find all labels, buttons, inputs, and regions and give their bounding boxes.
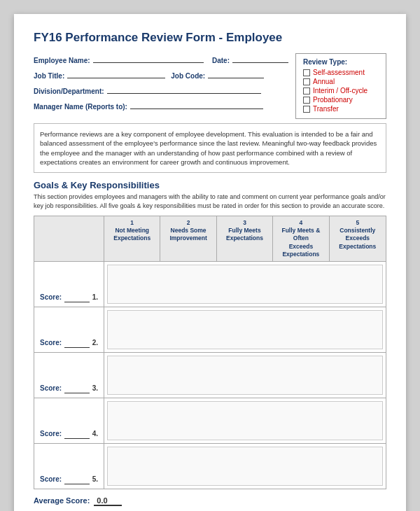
- average-value: 0.0: [94, 496, 122, 506]
- score-left-4: Score: 4.: [34, 398, 104, 443]
- date-label: Date:: [212, 57, 230, 64]
- score-label-1: Score:: [40, 293, 62, 301]
- date-input[interactable]: [232, 53, 288, 63]
- goals-section-subtitle: This section provides employees and mana…: [34, 192, 386, 210]
- score-left-2: Score: 2.: [34, 307, 104, 352]
- score-num-4: 4.: [92, 430, 98, 438]
- manager-label: Manager Name (Reports to):: [34, 103, 127, 111]
- score-label-row-5: Score: 5.: [40, 475, 98, 484]
- score-text-area-1[interactable]: [107, 265, 383, 304]
- score-col-2: 2Needs SomeImprovement: [160, 216, 216, 260]
- score-left-3: Score: 3.: [34, 353, 104, 398]
- score-right-2: [104, 307, 386, 352]
- manager-input[interactable]: [130, 99, 263, 109]
- score-label-row-2: Score: 2.: [40, 338, 98, 348]
- score-input-2[interactable]: [64, 338, 90, 348]
- job-title-row: Job Title: Job Code:: [34, 69, 288, 80]
- score-label-3: Score:: [40, 384, 62, 392]
- score-header: 1Not MeetingExpectations 2Needs SomeImpr…: [34, 216, 386, 260]
- checkbox-transfer-label: Transfer: [313, 105, 339, 113]
- score-input-4[interactable]: [64, 429, 90, 439]
- division-input[interactable]: [107, 84, 261, 94]
- score-header-blank: [34, 216, 104, 260]
- score-text-area-2[interactable]: [107, 310, 383, 349]
- checkbox-probationary[interactable]: Probationary: [303, 96, 379, 104]
- score-label-row-3: Score: 3.: [40, 384, 98, 393]
- checkbox-self-assessment-box[interactable]: [303, 69, 310, 76]
- score-row-2: Score: 2.: [34, 307, 386, 353]
- score-row-4: Score: 4.: [34, 398, 386, 444]
- job-title-input[interactable]: [67, 69, 165, 78]
- score-label-2: Score:: [40, 339, 62, 346]
- checkbox-transfer[interactable]: Transfer: [303, 105, 379, 113]
- score-col-5: 5Consistently ExceedsExpectations: [330, 216, 386, 260]
- manager-row: Manager Name (Reports to):: [34, 99, 288, 111]
- score-input-3[interactable]: [64, 384, 90, 393]
- score-row-3: Score: 3.: [34, 353, 386, 398]
- employee-name-input[interactable]: [93, 53, 204, 63]
- average-row: Average Score: 0.0: [34, 496, 386, 506]
- score-right-5: [104, 444, 386, 489]
- score-text-area-3[interactable]: [107, 356, 383, 395]
- checkbox-interim-label: Interim / Off-cycle: [313, 87, 368, 94]
- score-num-3: 3.: [92, 384, 98, 392]
- job-code-label: Job Code:: [171, 72, 205, 80]
- checkbox-annual-label: Annual: [313, 78, 335, 85]
- review-type-title: Review Type:: [303, 58, 379, 66]
- score-right-4: [104, 398, 386, 443]
- checkbox-probationary-box[interactable]: [303, 97, 310, 104]
- score-right-1: [104, 262, 386, 307]
- page: FY16 Performance Review Form - Employee …: [14, 14, 406, 511]
- page-title: FY16 Performance Review Form - Employee: [34, 31, 386, 45]
- form-section: Employee Name: Date: Job Title: Job Code…: [34, 53, 386, 119]
- checkbox-transfer-box[interactable]: [303, 106, 310, 113]
- score-num-1: 1.: [92, 293, 98, 301]
- description-box: Performance reviews are a key component …: [34, 123, 386, 173]
- checkbox-probationary-label: Probationary: [313, 96, 353, 104]
- checkbox-annual[interactable]: Annual: [303, 78, 379, 85]
- score-input-1[interactable]: [64, 293, 90, 302]
- score-left-5: Score: 5.: [34, 444, 104, 489]
- checkbox-self-assessment[interactable]: Self-assessment: [303, 69, 379, 76]
- checkbox-interim-box[interactable]: [303, 88, 310, 94]
- checkbox-annual-box[interactable]: [303, 78, 310, 85]
- score-row-5: Score: 5.: [34, 444, 386, 489]
- review-type-box: Review Type: Self-assessment Annual Inte…: [295, 53, 386, 119]
- goals-section-title: Goals & Key Responsibilities: [34, 180, 386, 190]
- division-row: Division/Department:: [34, 84, 288, 95]
- score-col-4: 4Fully Meets & OftenExceeds Expectations: [273, 216, 329, 260]
- score-num-2: 2.: [92, 339, 98, 346]
- score-col-3: 3Fully MeetsExpectations: [217, 216, 273, 260]
- score-text-area-5[interactable]: [107, 447, 383, 486]
- division-label: Division/Department:: [34, 88, 104, 95]
- score-label-4: Score:: [40, 430, 62, 438]
- employee-name-label: Employee Name:: [34, 57, 90, 64]
- score-row-1: Score: 1.: [34, 261, 386, 307]
- score-col-1: 1Not MeetingExpectations: [104, 216, 160, 260]
- checkbox-self-assessment-label: Self-assessment: [313, 69, 365, 76]
- job-code-input[interactable]: [208, 69, 264, 78]
- employee-name-row: Employee Name: Date:: [34, 53, 288, 64]
- job-title-label: Job Title:: [34, 72, 64, 80]
- average-label: Average Score:: [34, 496, 90, 505]
- score-label-5: Score:: [40, 475, 62, 483]
- score-label-row-4: Score: 4.: [40, 429, 98, 439]
- description-text: Performance reviews are a key component …: [40, 130, 377, 166]
- score-label-row-1: Score: 1.: [40, 293, 98, 302]
- score-text-area-4[interactable]: [107, 401, 383, 440]
- score-right-3: [104, 353, 386, 398]
- score-input-5[interactable]: [64, 475, 90, 484]
- checkbox-interim[interactable]: Interim / Off-cycle: [303, 87, 379, 94]
- score-num-5: 5.: [92, 475, 98, 483]
- score-left-1: Score: 1.: [34, 262, 104, 307]
- form-fields: Employee Name: Date: Job Title: Job Code…: [34, 53, 295, 115]
